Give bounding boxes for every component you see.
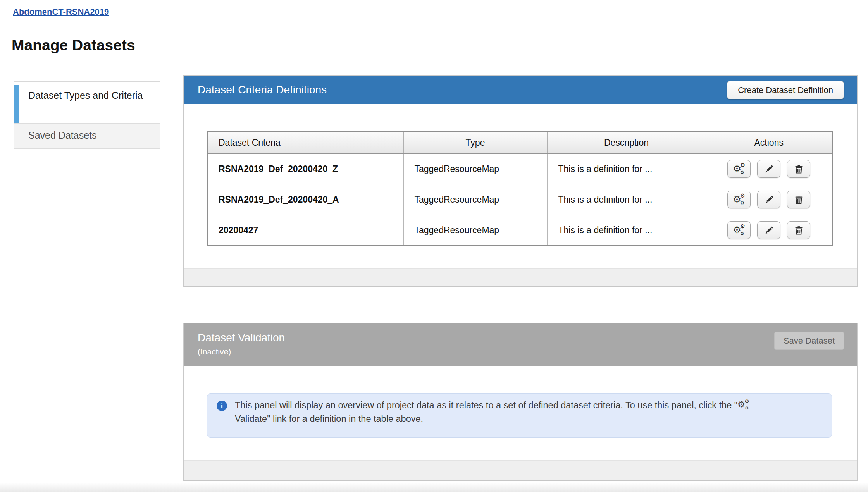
validate-button[interactable]: ⚙⚙⚙ xyxy=(727,221,751,239)
sidebar-tab-dataset-types-and-criteria[interactable]: Dataset Types and Criteria xyxy=(14,84,160,123)
dataset-criteria-definitions-panel: Dataset Criteria Definitions Create Data… xyxy=(183,75,858,287)
table-row: 20200427 TaggedResourceMap This is a def… xyxy=(207,215,832,246)
row-actions: ⚙⚙⚙ xyxy=(727,191,810,208)
validation-panel-footer xyxy=(184,460,857,480)
validate-button[interactable]: ⚙⚙⚙ xyxy=(727,191,751,208)
page-title: Manage Datasets xyxy=(12,37,135,54)
column-header-actions: Actions xyxy=(706,131,832,154)
dataset-type: TaggedResourceMap xyxy=(415,194,499,205)
project-breadcrumb-link[interactable]: AbdomenCT-RSNA2019 xyxy=(13,7,109,17)
gears-icon: ⚙⚙⚙ xyxy=(733,163,746,174)
validation-panel-status: (Inactive) xyxy=(198,347,231,356)
trash-icon xyxy=(795,226,803,235)
definitions-panel-header: Dataset Criteria Definitions Create Data… xyxy=(184,76,857,104)
info-circle-icon: i xyxy=(217,401,227,411)
pencil-icon xyxy=(765,195,773,204)
table-header-row: Dataset Criteria Type Description Action… xyxy=(207,131,832,154)
page-bottom-edge xyxy=(0,483,868,492)
sidebar-tab-saved-datasets[interactable]: Saved Datasets xyxy=(14,123,160,149)
table-row: RSNA2019_Def_20200420_A TaggedResourceMa… xyxy=(207,184,832,215)
validation-info-text: This panel will display an overview of p… xyxy=(235,399,820,426)
gears-icon: ⚙⚙⚙ xyxy=(737,400,749,409)
dataset-criteria-table: Dataset Criteria Type Description Action… xyxy=(207,131,833,246)
dataset-description: This is a definition for ... xyxy=(558,225,653,235)
validation-panel-title: Dataset Validation xyxy=(198,332,285,344)
edit-button[interactable] xyxy=(757,160,780,178)
validate-button[interactable]: ⚙⚙⚙ xyxy=(727,160,751,178)
dataset-validation-panel: Dataset Validation (Inactive) Save Datas… xyxy=(183,323,858,481)
definitions-panel-footer xyxy=(184,268,857,286)
row-actions: ⚙⚙⚙ xyxy=(727,160,810,178)
sidebar-tab-label: Dataset Types and Criteria xyxy=(28,89,145,102)
row-actions: ⚙⚙⚙ xyxy=(727,221,810,239)
delete-button[interactable] xyxy=(787,221,810,239)
validation-panel-header: Dataset Validation (Inactive) Save Datas… xyxy=(184,323,857,366)
dataset-type: TaggedResourceMap xyxy=(415,164,499,174)
gears-icon: ⚙⚙⚙ xyxy=(733,194,746,205)
dataset-description: This is a definition for ... xyxy=(558,194,653,205)
dataset-criteria-name: RSNA2019_Def_20200420_A xyxy=(219,194,339,205)
validation-info-box: i This panel will display an overview of… xyxy=(207,393,832,438)
column-header-description: Description xyxy=(547,131,706,154)
delete-button[interactable] xyxy=(787,160,810,178)
sidebar-top-divider xyxy=(14,81,160,82)
dataset-description: This is a definition for ... xyxy=(558,164,653,174)
dataset-type: TaggedResourceMap xyxy=(415,225,499,235)
validation-panel-body: i This panel will display an overview of… xyxy=(184,366,857,461)
column-header-dataset-criteria: Dataset Criteria xyxy=(207,131,403,154)
gears-icon: ⚙⚙⚙ xyxy=(733,225,746,236)
delete-button[interactable] xyxy=(787,191,810,208)
trash-icon xyxy=(795,195,803,204)
column-header-type: Type xyxy=(403,131,547,154)
trash-icon xyxy=(795,165,803,174)
active-tab-indicator-bar xyxy=(14,85,19,123)
edit-button[interactable] xyxy=(757,221,780,239)
definitions-panel-title: Dataset Criteria Definitions xyxy=(198,84,327,96)
pencil-icon xyxy=(765,165,773,174)
definitions-panel-body: Dataset Criteria Type Description Action… xyxy=(184,104,857,269)
table-row: RSNA2019_Def_20200420_Z TaggedResourceMa… xyxy=(207,154,832,184)
manage-datasets-page: AbdomenCT-RSNA2019 Manage Datasets Datas… xyxy=(0,0,868,492)
dataset-criteria-name: RSNA2019_Def_20200420_Z xyxy=(219,164,338,174)
save-dataset-button[interactable]: Save Dataset xyxy=(774,332,844,350)
dataset-criteria-name: 20200427 xyxy=(219,225,258,235)
edit-button[interactable] xyxy=(757,191,780,208)
create-dataset-definition-button[interactable]: Create Dataset Definition xyxy=(727,81,844,99)
pencil-icon xyxy=(765,226,773,235)
sidebar-tab-label: Saved Datasets xyxy=(28,130,97,141)
